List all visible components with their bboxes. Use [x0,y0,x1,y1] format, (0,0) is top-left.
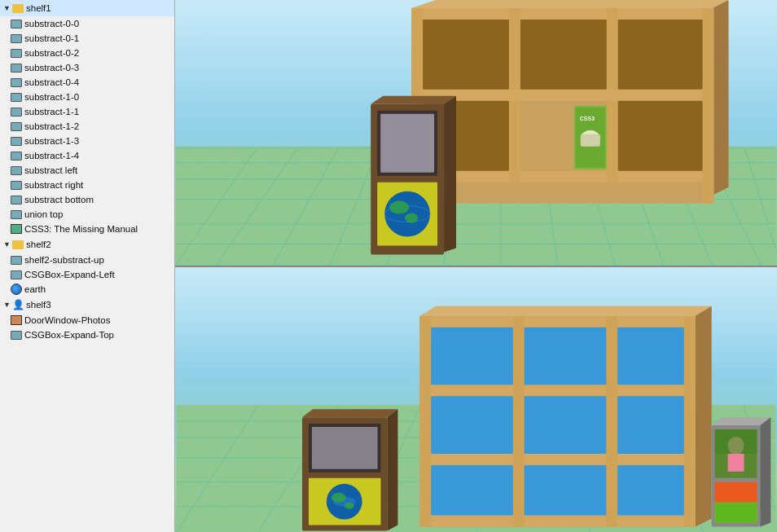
svg-rect-120 [715,481,757,502]
svg-rect-100 [525,464,607,515]
svg-marker-114 [760,417,770,526]
substract-right-item[interactable]: substract right [7,178,174,192]
shelf3-chevron[interactable]: ▼ [3,301,11,309]
svg-rect-27 [411,90,712,101]
monitor-icon [10,193,23,206]
svg-rect-90 [513,315,525,526]
monitor-icon [10,149,23,162]
svg-rect-95 [617,327,684,385]
svg-rect-118 [715,429,757,454]
svg-rect-106 [312,427,378,469]
monitor-icon [10,253,23,266]
monitor-icon [10,76,23,89]
substract-1-3-item[interactable]: substract-1-3 [7,134,174,148]
csgbox-expand-left-item[interactable]: CSGBox-Expand-Left [7,267,174,282]
substract-0-1-item[interactable]: substract-0-1 [7,31,174,46]
svg-rect-86 [419,385,695,396]
svg-rect-93 [431,327,513,385]
doorwindow-photos-item[interactable]: DoorWindow-Photos [7,313,174,328]
csgbox-expand-top-item[interactable]: CSGBox-Expand-Top [7,328,174,342]
person-icon: 👤 [11,298,24,311]
svg-rect-99 [431,464,513,515]
svg-rect-32 [703,8,714,204]
union-top-item[interactable]: union top [7,207,174,222]
folder-icon [11,2,24,15]
svg-marker-25 [713,0,729,196]
svg-rect-98 [617,396,684,454]
monitor-icon [10,208,23,221]
svg-rect-97 [525,396,607,454]
bottom-scene-svg [175,267,777,533]
shelf3-label: shelf3 [26,300,51,310]
svg-rect-33 [509,101,520,182]
svg-rect-89 [419,315,431,526]
svg-rect-85 [419,315,695,327]
monitor-icon [10,46,23,59]
monitor-icon [10,328,23,341]
svg-marker-104 [388,409,398,530]
folder-icon [11,238,24,251]
shelf2-label: shelf2 [26,240,51,249]
3d-viewport-panel: CSS3 [175,0,777,532]
svg-rect-35 [423,20,509,90]
shelf2-chevron[interactable]: ▼ [3,240,11,248]
shelf2-substract-up-item[interactable]: shelf2-substract-up [7,253,174,267]
svg-point-51 [384,191,430,237]
substract-0-4-item[interactable]: substract-0-4 [7,75,174,90]
top-scene-svg: CSS3 [175,0,777,266]
substract-0-2-item[interactable]: substract-0-2 [7,46,174,60]
monitor-icon [10,134,23,147]
substract-1-1-item[interactable]: substract-1-1 [7,104,174,119]
earth-item[interactable]: earth [7,282,174,297]
svg-rect-31 [607,8,618,90]
svg-marker-47 [444,96,456,253]
svg-text:CSS3: CSS3 [580,116,595,121]
monitor-icon [10,178,23,191]
monitor-icon [10,90,23,103]
svg-rect-26 [411,8,712,20]
svg-rect-117 [728,453,744,471]
photo-icon [10,314,23,327]
monitor-icon [10,17,23,30]
scene-tree-panel: ▼ shelf1 substract-0-0 substract-0-1 sub… [0,0,175,532]
svg-rect-94 [525,327,607,385]
svg-point-110 [331,492,346,502]
bottom-viewport[interactable] [175,267,777,533]
substract-bottom-item[interactable]: substract bottom [7,192,174,207]
substract-1-4-item[interactable]: substract-1-4 [7,148,174,163]
monitor-icon [10,268,23,281]
svg-marker-103 [302,409,397,417]
shelf1-group[interactable]: ▼ shelf1 [0,0,174,16]
svg-marker-84 [696,306,712,526]
monitor-icon [10,105,23,118]
book-icon [10,222,23,235]
svg-rect-34 [607,101,618,182]
monitor-icon [10,61,23,74]
svg-marker-24 [411,0,728,8]
svg-point-54 [405,213,418,223]
svg-marker-46 [371,96,456,104]
monitor-icon [10,32,23,45]
monitor-icon [10,164,23,177]
css3-manual-item[interactable]: CSS3: The Missing Manual [7,222,174,236]
monitor-icon [10,120,23,133]
top-viewport[interactable]: CSS3 [175,0,777,267]
shelf3-group[interactable]: ▼ 👤 shelf3 [0,297,174,313]
shelf1-label: shelf1 [26,3,51,13]
substract-left-item[interactable]: substract left [7,163,174,178]
svg-rect-121 [715,502,757,522]
svg-rect-43 [581,134,600,147]
substract-1-0-item[interactable]: substract-1-0 [7,90,174,104]
svg-point-111 [345,502,354,508]
svg-point-53 [389,201,409,214]
svg-marker-83 [419,306,711,315]
svg-rect-44 [618,101,703,171]
svg-rect-88 [419,515,695,526]
shelf2-group[interactable]: ▼ shelf2 [0,236,174,253]
substract-1-2-item[interactable]: substract-1-2 [7,119,174,134]
shelf1-chevron[interactable]: ▼ [3,4,11,12]
substract-0-3-item[interactable]: substract-0-3 [7,60,174,75]
substract-0-0-item[interactable]: substract-0-0 [7,16,174,31]
svg-rect-30 [509,8,520,90]
svg-rect-91 [606,315,617,526]
